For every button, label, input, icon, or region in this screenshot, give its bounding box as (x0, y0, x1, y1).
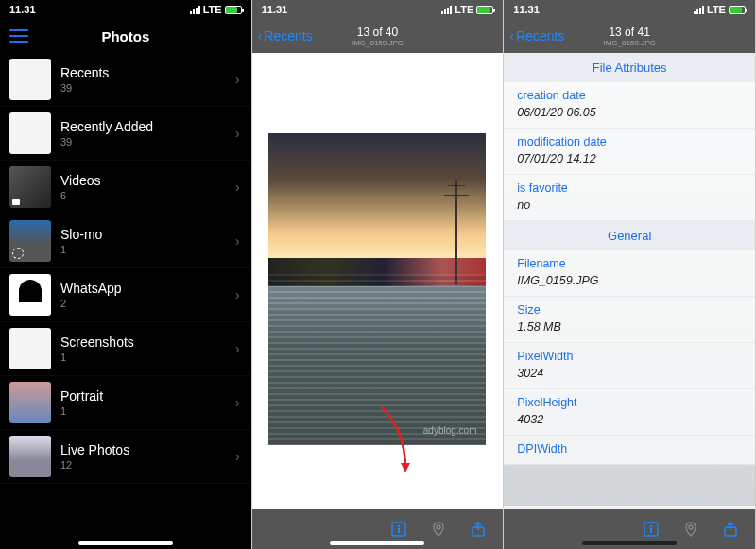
status-bar: 11.31 LTE (0, 0, 251, 19)
album-row[interactable]: Live Photos12› (0, 430, 251, 484)
nav-title: 13 of 40 IMG_0159.JPG (352, 26, 404, 47)
metadata-value: 1.58 MB (517, 320, 742, 334)
share-icon[interactable] (469, 520, 488, 539)
metadata-key: DPIWidth (517, 442, 742, 455)
metadata-key: modification date (517, 135, 742, 148)
share-icon[interactable] (721, 520, 740, 539)
kv-is-favorite: is favorite no (504, 175, 755, 221)
album-thumb (9, 328, 51, 369)
album-row[interactable]: Videos6› (0, 161, 251, 214)
album-row[interactable]: Slo-mo1› (0, 214, 251, 268)
nav-bar: Photos (0, 19, 251, 53)
album-thumb (9, 220, 51, 262)
album-row[interactable]: Screenshots1› (0, 322, 251, 376)
svg-rect-7 (650, 528, 652, 533)
album-row[interactable]: Recently Added39› (0, 107, 251, 161)
status-time: 11.31 (262, 4, 288, 15)
metadata-key: creation date (517, 89, 742, 102)
album-thumb (9, 166, 51, 208)
nav-bar: ‹ Recents 13 of 41 IMG_0159.JPG (504, 19, 755, 53)
album-name: WhatsApp (60, 281, 242, 296)
info-icon[interactable] (389, 520, 408, 539)
kv-creation-date: creation date 06/01/20 06.05 (504, 82, 755, 129)
album-count: 12 (60, 459, 242, 471)
home-indicator[interactable] (78, 541, 173, 545)
status-bar: 11.31 LTE (504, 0, 755, 19)
album-text: Recents39 (60, 65, 242, 94)
photo-filename: IMG_0159.JPG (352, 39, 404, 47)
location-icon[interactable] (681, 520, 700, 539)
kv-size: Size 1.58 MB (504, 297, 755, 343)
home-indicator[interactable] (330, 541, 424, 545)
metadata-value: 3024 (517, 367, 742, 380)
album-thumb (9, 274, 51, 316)
album-text: Portrait1 (60, 388, 242, 417)
section-header: General (504, 221, 755, 250)
chevron-right-icon: › (235, 233, 240, 249)
album-name: Slo-mo (60, 227, 242, 242)
section-general: General Filename IMG_0159.JPG Size 1.58 … (504, 221, 755, 465)
album-row[interactable]: Recents39› (0, 53, 251, 107)
kv-filename: Filename IMG_0159.JPG (504, 250, 755, 297)
location-icon[interactable] (429, 520, 448, 539)
album-name: Videos (60, 173, 242, 188)
svg-point-3 (437, 525, 440, 529)
metadata-scroll[interactable]: File Attributes creation date 06/01/20 0… (504, 53, 755, 506)
album-thumb (9, 112, 51, 154)
album-count: 1 (60, 405, 242, 417)
metadata-key: Size (517, 303, 742, 317)
metadata-value: IMG_0159.JPG (517, 274, 742, 287)
phone-albums: 11.31 LTE Photos Recents39›Recently Adde… (0, 0, 252, 549)
album-row[interactable]: Portrait1› (0, 376, 251, 430)
metadata-key: PixelWidth (517, 350, 742, 363)
metadata-value: no (517, 198, 742, 212)
album-row[interactable]: WhatsApp2› (0, 268, 251, 322)
album-name: Portrait (60, 388, 242, 403)
metadata-key: PixelHeight (517, 396, 742, 409)
album-thumb (9, 382, 51, 423)
chevron-right-icon: › (235, 180, 240, 195)
metadata-key: Filename (517, 257, 742, 270)
album-count: 1 (60, 352, 242, 363)
album-list: Recents39›Recently Added39›Videos6›Slo-m… (0, 53, 251, 484)
chevron-right-icon: › (235, 449, 240, 464)
metadata-key: is favorite (517, 181, 742, 195)
chevron-right-icon: › (235, 341, 240, 356)
album-thumb (9, 436, 51, 477)
info-icon[interactable] (642, 520, 661, 539)
chevron-left-icon: ‹ (258, 28, 263, 43)
album-text: WhatsApp2 (60, 281, 242, 309)
metadata-value: 4032 (517, 413, 742, 426)
status-bar: 11.31 LTE (252, 0, 504, 19)
album-name: Recents (60, 65, 242, 80)
chevron-right-icon: › (235, 287, 240, 302)
photo-filename: IMG_0159.JPG (604, 39, 656, 47)
back-button[interactable]: ‹ Recents (509, 28, 564, 43)
svg-rect-1 (398, 525, 400, 527)
kv-modification-date: modification date 07/01/20 14.12 (504, 129, 755, 175)
nav-bar: ‹ Recents 13 of 40 IMG_0159.JPG (252, 19, 504, 53)
svg-point-8 (689, 525, 693, 529)
kv-pixelheight: PixelHeight 4032 (504, 389, 755, 436)
album-count: 39 (60, 136, 242, 147)
section-file-attributes: File Attributes creation date 06/01/20 0… (504, 53, 755, 221)
album-count: 1 (60, 244, 242, 255)
phone-metadata: 11.31 LTE ‹ Recents 13 of 41 IMG_0159.JP… (504, 0, 756, 549)
kv-dpiwidth: DPIWidth (504, 436, 755, 465)
status-time: 11.31 (513, 4, 540, 15)
chevron-right-icon: › (235, 72, 240, 87)
album-name: Recently Added (60, 119, 242, 134)
album-text: Live Photos12 (60, 442, 242, 471)
section-header: File Attributes (504, 53, 755, 82)
album-count: 6 (60, 190, 242, 201)
back-button[interactable]: ‹ Recents (258, 28, 313, 43)
status-signal: LTE (190, 4, 242, 15)
home-indicator[interactable] (582, 541, 677, 545)
status-time: 11.31 (9, 4, 36, 15)
svg-rect-2 (398, 528, 400, 533)
menu-icon[interactable] (9, 29, 28, 43)
annotation-arrow (377, 403, 434, 469)
photo-image: adyblog.com (268, 133, 486, 445)
album-name: Screenshots (60, 335, 242, 350)
photo-area[interactable]: adyblog.com (252, 53, 504, 506)
